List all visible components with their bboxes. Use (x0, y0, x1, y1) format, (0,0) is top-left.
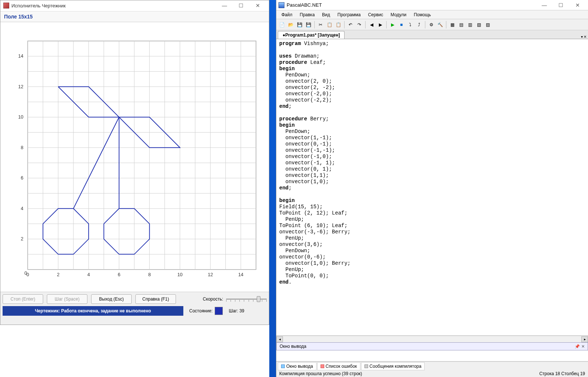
svg-rect-0 (28, 41, 256, 270)
cut-icon[interactable]: ✂ (317, 21, 325, 29)
menu-модули[interactable]: Модули (388, 11, 409, 18)
tab-close-icon[interactable]: ✕ (584, 35, 587, 39)
menu-помощь[interactable]: Помощь (411, 11, 434, 18)
status-message: Чертежник: Работа окончена, задание не в… (3, 306, 183, 316)
r-maximize-button[interactable]: ☐ (553, 0, 569, 10)
tab-errors[interactable]: Список ошибок (317, 362, 360, 370)
step-button[interactable]: Шаг (Space) (47, 294, 87, 304)
state-color-swatch (215, 307, 223, 315)
svg-text:12: 12 (18, 83, 23, 89)
desktop-gap (269, 0, 276, 377)
help-button[interactable]: Справка (F1) (135, 294, 176, 304)
copy-icon[interactable]: 📋 (325, 21, 333, 29)
cursor-position: Строка 18 Столбец 19 (539, 371, 585, 376)
drawman-window: Исполнитель Чертежник — ☐ ✕ Поле 15x15 0… (0, 0, 269, 325)
svg-text:10: 10 (177, 271, 183, 277)
pascal-icon (279, 2, 284, 8)
svg-text:14: 14 (18, 53, 23, 59)
run-icon[interactable]: ▶ (388, 21, 397, 29)
r-minimize-button[interactable]: — (536, 0, 553, 10)
tab-compiler-messages[interactable]: Сообщения компилятора (361, 362, 425, 370)
pin-icon[interactable]: 📌 (575, 344, 580, 349)
paste-icon[interactable]: 📋 (334, 21, 342, 29)
svg-text:10: 10 (18, 114, 23, 120)
nav-back-icon[interactable]: ◀ (367, 21, 376, 29)
speed-slider[interactable] (226, 295, 267, 303)
field-size-label: Поле 15x15 (0, 11, 269, 22)
open-icon[interactable]: 📂 (287, 21, 295, 29)
scroll-left-icon[interactable]: ◂ (276, 336, 283, 342)
editor-tab[interactable]: ●Program1.pas* [Запущен] (278, 31, 345, 39)
opt3-icon[interactable]: ▥ (466, 21, 474, 29)
menu-вид[interactable]: Вид (319, 11, 333, 18)
minimize-button[interactable]: — (216, 0, 233, 11)
stop-icon[interactable]: ■ (397, 21, 405, 29)
output-panel (276, 350, 588, 361)
tab-bar: ●Program1.pas* [Запущен] ▾ ✕ (276, 30, 588, 39)
output-title: Окно вывода (280, 344, 307, 349)
output-panel-header[interactable]: Окно вывода 📌 ✕ (276, 342, 588, 350)
menu-файл[interactable]: Файл (279, 11, 295, 18)
tab-dropdown-icon[interactable]: ▾ (581, 35, 583, 39)
svg-text:8: 8 (148, 271, 151, 277)
opt4-icon[interactable]: ▧ (475, 21, 483, 29)
svg-text:6: 6 (21, 175, 23, 181)
step-count: Шаг: 39 (229, 308, 244, 313)
svg-text:0: 0 (24, 270, 27, 275)
svg-text:12: 12 (208, 271, 213, 277)
right-titlebar[interactable]: PascalABC.NET — ☐ ✕ (276, 0, 588, 10)
opt5-icon[interactable]: ▨ (484, 21, 492, 29)
svg-text:2: 2 (57, 271, 59, 277)
undo-icon[interactable]: ↶ (346, 21, 354, 29)
toolbar: 📄📂💾💾✂📋📋↶↷◀▶▶■⤵⤴⚙🔨▦▤▥▧▨ (276, 19, 588, 30)
right-title: PascalABC.NET (287, 2, 536, 8)
left-title: Исполнитель Чертежник (11, 3, 216, 8)
save-icon[interactable]: 💾 (295, 21, 304, 29)
saveall-icon[interactable]: 💾 (304, 21, 312, 29)
maximize-button[interactable]: ☐ (233, 0, 249, 11)
ide-status-bar: Компиляция прошла успешно (39 строк) Стр… (276, 370, 588, 377)
path-berry2 (104, 208, 150, 254)
svg-text:2: 2 (21, 236, 23, 241)
menu-правка[interactable]: Правка (297, 11, 318, 18)
svg-text:8: 8 (21, 144, 23, 150)
state-label: Состояние: (189, 308, 212, 313)
build-icon[interactable]: 🔨 (436, 21, 444, 29)
close-button[interactable]: ✕ (249, 0, 266, 11)
scroll-right-icon[interactable]: ▸ (581, 336, 588, 342)
step-over-icon[interactable]: ⤴ (415, 21, 423, 29)
redo-icon[interactable]: ↷ (355, 21, 363, 29)
svg-text:14: 14 (238, 271, 243, 277)
menu-программа[interactable]: Программа (335, 11, 364, 18)
code-editor[interactable]: program Vishnya; uses Drawman; procedure… (276, 39, 588, 336)
drawing-svg: 0246810121424681012140 (11, 30, 258, 285)
opt2-icon[interactable]: ▤ (457, 21, 465, 29)
left-titlebar[interactable]: Исполнитель Чертежник — ☐ ✕ (0, 0, 269, 11)
path-berry1 (43, 208, 89, 254)
pascalabc-window: PascalABC.NET — ☐ ✕ ФайлПравкаВидПрограм… (276, 0, 588, 377)
output-close-icon[interactable]: ✕ (581, 344, 585, 349)
compile-status: Компиляция прошла успешно (39 строк) (279, 371, 362, 376)
tab-output[interactable]: Окно вывода (278, 362, 317, 370)
compile-icon[interactable]: ⚙ (427, 21, 435, 29)
menu-bar: ФайлПравкаВидПрограммаСервисМодулиПомощь (276, 10, 588, 19)
bottom-tab-bar: Окно вывода Список ошибок Сообщения комп… (276, 361, 588, 370)
r-close-button[interactable]: ✕ (569, 0, 586, 10)
svg-text:4: 4 (87, 271, 90, 277)
nav-fwd-icon[interactable]: ▶ (376, 21, 384, 29)
speed-label: Скорость: (203, 297, 223, 302)
app-icon (3, 3, 9, 8)
svg-text:6: 6 (118, 271, 120, 277)
step-into-icon[interactable]: ⤵ (406, 21, 414, 29)
stop-button[interactable]: Стоп (Enter) (3, 294, 43, 304)
drawing-canvas: 0246810121424681012140 (0, 22, 269, 292)
new-icon[interactable]: 📄 (278, 21, 286, 29)
opt1-icon[interactable]: ▦ (448, 21, 456, 29)
exit-button[interactable]: Выход (Esc) (91, 294, 132, 304)
menu-сервис[interactable]: Сервис (365, 11, 386, 18)
h-scrollbar[interactable]: ◂ ▸ (276, 336, 588, 342)
svg-text:4: 4 (21, 205, 23, 211)
control-panel: Стоп (Enter) Шаг (Space) Выход (Esc) Спр… (0, 292, 269, 325)
